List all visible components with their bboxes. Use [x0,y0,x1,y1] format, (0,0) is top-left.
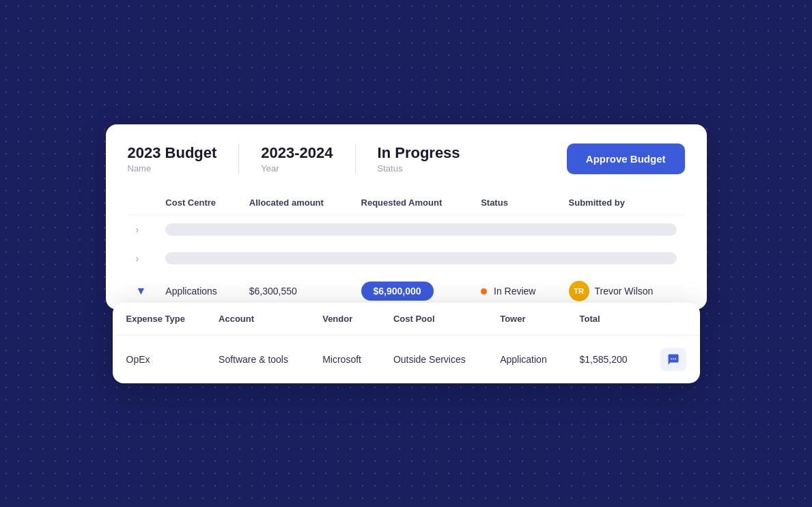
svg-point-1 [673,358,674,359]
col-submitted: Submitted by [561,191,685,215]
chat-button[interactable] [660,348,686,371]
total-value: $1,585,200 [565,335,646,383]
avatar: TR [569,281,589,301]
submitter-info: TR Trevor Wilson [569,281,677,301]
col-expand [128,191,158,215]
top-table-header-row: Cost Centre Allocated amount Requested A… [128,191,685,215]
budget-name-value: 2023 Budget [128,144,217,162]
skeleton-row-2: › [128,244,685,273]
budget-status-value: In Progress [378,144,460,162]
budget-status-section: In Progress Status [378,144,482,174]
col-allocated: Allocated amount [241,191,353,215]
col-total: Total [565,303,646,335]
tower-value: Application [486,335,565,383]
svg-point-2 [675,358,676,359]
budget-year-section: 2023-2024 Year [261,144,355,174]
cost-centre-value: Applications [165,286,217,297]
col-status: Status [473,191,560,215]
col-expense-type: Expense Type [113,303,206,335]
budget-header: 2023 Budget Name 2023-2024 Year In Progr… [128,143,685,174]
chevron-down-icon[interactable]: ▼ [136,285,147,297]
budget-status-label: Status [378,163,460,174]
status-value: In Review [494,286,535,297]
expand-icon-2[interactable]: › [136,253,139,264]
budget-name-section: 2023 Budget Name [128,144,240,174]
col-vendor: Vendor [309,303,380,335]
col-cost-pool: Cost Pool [380,303,486,335]
col-cost-centre: Cost Centre [157,191,240,215]
requested-amount-badge: $6,900,000 [361,282,434,301]
col-account: Account [205,303,309,335]
detail-header-row: Expense Type Account Vendor Cost Pool To… [113,303,700,335]
col-actions [647,303,700,335]
skeleton-row-1: › [128,215,685,244]
vendor-value: Microsoft [309,335,380,383]
skeleton-bar-1 [165,223,676,236]
submitter-name: Trevor Wilson [595,286,654,297]
svg-point-0 [671,358,672,359]
detail-table: Expense Type Account Vendor Cost Pool To… [113,303,700,383]
allocated-amount-value: $6,300,550 [249,286,297,297]
top-card: 2023 Budget Name 2023-2024 Year In Progr… [106,124,707,310]
detail-card: Expense Type Account Vendor Cost Pool To… [113,303,700,383]
detail-row: OpEx Software & tools Microsoft Outside … [113,335,700,383]
budget-name-label: Name [128,163,217,174]
budget-table: Cost Centre Allocated amount Requested A… [128,191,685,310]
status-dot-icon [481,288,487,294]
account-value: Software & tools [205,335,309,383]
approve-budget-button[interactable]: Approve Budget [567,143,685,174]
budget-year-value: 2023-2024 [261,144,333,162]
expand-icon-1[interactable]: › [136,224,139,235]
cost-pool-value: Outside Services [380,335,486,383]
col-requested: Requested Amount [353,191,473,215]
col-tower: Tower [486,303,565,335]
skeleton-bar-2 [165,252,676,264]
budget-year-label: Year [261,163,333,174]
expense-type-value: OpEx [113,335,206,383]
chat-icon [667,353,680,366]
